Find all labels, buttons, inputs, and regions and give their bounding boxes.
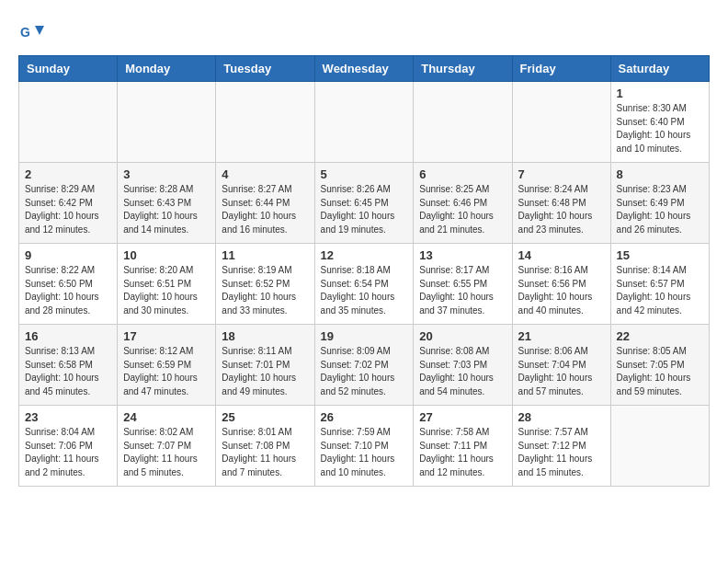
calendar-cell: 20Sunrise: 8:08 AM Sunset: 7:03 PM Dayli… xyxy=(414,325,512,406)
day-number: 22 xyxy=(617,329,703,343)
calendar-cell: 25Sunrise: 8:01 AM Sunset: 7:08 PM Dayli… xyxy=(216,406,314,487)
weekday-header-saturday: Saturday xyxy=(610,56,709,82)
calendar-cell xyxy=(118,82,216,163)
day-number: 25 xyxy=(222,410,308,424)
weekday-header-thursday: Thursday xyxy=(414,56,512,82)
day-number: 4 xyxy=(222,167,308,181)
calendar-cell: 19Sunrise: 8:09 AM Sunset: 7:02 PM Dayli… xyxy=(314,325,414,406)
day-info: Sunrise: 8:19 AM Sunset: 6:52 PM Dayligh… xyxy=(222,264,308,317)
calendar-week-row: 16Sunrise: 8:13 AM Sunset: 6:58 PM Dayli… xyxy=(19,325,710,406)
day-number: 8 xyxy=(617,167,703,181)
calendar-cell: 11Sunrise: 8:19 AM Sunset: 6:52 PM Dayli… xyxy=(216,244,314,325)
calendar-cell xyxy=(414,82,512,163)
day-number: 12 xyxy=(321,248,408,262)
calendar-cell: 27Sunrise: 7:58 AM Sunset: 7:11 PM Dayli… xyxy=(414,406,512,487)
day-number: 15 xyxy=(617,248,703,262)
day-number: 20 xyxy=(419,329,506,343)
calendar-cell: 2Sunrise: 8:29 AM Sunset: 6:42 PM Daylig… xyxy=(19,163,118,244)
day-info: Sunrise: 8:18 AM Sunset: 6:54 PM Dayligh… xyxy=(321,264,408,317)
calendar-cell: 28Sunrise: 7:57 AM Sunset: 7:12 PM Dayli… xyxy=(512,406,610,487)
day-number: 17 xyxy=(123,329,210,343)
day-info: Sunrise: 8:20 AM Sunset: 6:51 PM Dayligh… xyxy=(123,264,210,317)
day-number: 10 xyxy=(123,248,210,262)
weekday-header-friday: Friday xyxy=(512,56,610,82)
day-number: 13 xyxy=(419,248,506,262)
calendar-cell: 21Sunrise: 8:06 AM Sunset: 7:04 PM Dayli… xyxy=(512,325,610,406)
logo-icon: G xyxy=(18,18,46,46)
calendar-cell: 9Sunrise: 8:22 AM Sunset: 6:50 PM Daylig… xyxy=(19,244,118,325)
day-number: 24 xyxy=(123,410,210,424)
day-info: Sunrise: 8:17 AM Sunset: 6:55 PM Dayligh… xyxy=(419,264,506,317)
calendar-cell xyxy=(610,406,709,487)
calendar-cell: 18Sunrise: 8:11 AM Sunset: 7:01 PM Dayli… xyxy=(216,325,314,406)
calendar-cell: 13Sunrise: 8:17 AM Sunset: 6:55 PM Dayli… xyxy=(414,244,512,325)
day-info: Sunrise: 8:29 AM Sunset: 6:42 PM Dayligh… xyxy=(25,183,111,236)
calendar-cell: 3Sunrise: 8:28 AM Sunset: 6:43 PM Daylig… xyxy=(118,163,216,244)
weekday-header-tuesday: Tuesday xyxy=(216,56,314,82)
calendar-header-row: SundayMondayTuesdayWednesdayThursdayFrid… xyxy=(19,56,710,82)
day-info: Sunrise: 8:11 AM Sunset: 7:01 PM Dayligh… xyxy=(222,345,308,398)
day-number: 5 xyxy=(321,167,408,181)
weekday-header-wednesday: Wednesday xyxy=(314,56,414,82)
calendar-cell: 4Sunrise: 8:27 AM Sunset: 6:44 PM Daylig… xyxy=(216,163,314,244)
day-info: Sunrise: 8:26 AM Sunset: 6:45 PM Dayligh… xyxy=(321,183,408,236)
svg-marker-1 xyxy=(35,26,44,35)
page-header: G xyxy=(18,18,710,46)
day-number: 19 xyxy=(321,329,408,343)
day-number: 16 xyxy=(25,329,111,343)
calendar-cell xyxy=(19,82,118,163)
day-info: Sunrise: 8:12 AM Sunset: 6:59 PM Dayligh… xyxy=(123,345,210,398)
day-number: 3 xyxy=(123,167,210,181)
svg-text:G: G xyxy=(20,25,30,40)
day-info: Sunrise: 8:08 AM Sunset: 7:03 PM Dayligh… xyxy=(419,345,506,398)
day-number: 2 xyxy=(25,167,111,181)
calendar-cell: 10Sunrise: 8:20 AM Sunset: 6:51 PM Dayli… xyxy=(118,244,216,325)
calendar-cell xyxy=(216,82,314,163)
day-info: Sunrise: 8:22 AM Sunset: 6:50 PM Dayligh… xyxy=(25,264,111,317)
day-info: Sunrise: 7:58 AM Sunset: 7:11 PM Dayligh… xyxy=(419,426,506,479)
calendar-cell: 6Sunrise: 8:25 AM Sunset: 6:46 PM Daylig… xyxy=(414,163,512,244)
day-info: Sunrise: 8:09 AM Sunset: 7:02 PM Dayligh… xyxy=(321,345,408,398)
day-number: 28 xyxy=(518,410,605,424)
day-info: Sunrise: 8:01 AM Sunset: 7:08 PM Dayligh… xyxy=(222,426,308,479)
day-info: Sunrise: 7:59 AM Sunset: 7:10 PM Dayligh… xyxy=(321,426,408,479)
calendar-cell: 22Sunrise: 8:05 AM Sunset: 7:05 PM Dayli… xyxy=(610,325,709,406)
weekday-header-monday: Monday xyxy=(118,56,216,82)
day-info: Sunrise: 8:30 AM Sunset: 6:40 PM Dayligh… xyxy=(617,102,703,155)
weekday-header-sunday: Sunday xyxy=(19,56,118,82)
calendar-cell: 1Sunrise: 8:30 AM Sunset: 6:40 PM Daylig… xyxy=(610,82,709,163)
calendar-cell: 24Sunrise: 8:02 AM Sunset: 7:07 PM Dayli… xyxy=(118,406,216,487)
day-number: 9 xyxy=(25,248,111,262)
day-number: 18 xyxy=(222,329,308,343)
day-info: Sunrise: 7:57 AM Sunset: 7:12 PM Dayligh… xyxy=(518,426,605,479)
calendar-cell: 7Sunrise: 8:24 AM Sunset: 6:48 PM Daylig… xyxy=(512,163,610,244)
calendar-cell: 8Sunrise: 8:23 AM Sunset: 6:49 PM Daylig… xyxy=(610,163,709,244)
day-number: 6 xyxy=(419,167,506,181)
day-info: Sunrise: 8:28 AM Sunset: 6:43 PM Dayligh… xyxy=(123,183,210,236)
calendar-cell: 5Sunrise: 8:26 AM Sunset: 6:45 PM Daylig… xyxy=(314,163,414,244)
calendar-cell: 17Sunrise: 8:12 AM Sunset: 6:59 PM Dayli… xyxy=(118,325,216,406)
calendar-cell: 14Sunrise: 8:16 AM Sunset: 6:56 PM Dayli… xyxy=(512,244,610,325)
day-info: Sunrise: 8:25 AM Sunset: 6:46 PM Dayligh… xyxy=(419,183,506,236)
day-info: Sunrise: 8:13 AM Sunset: 6:58 PM Dayligh… xyxy=(25,345,111,398)
calendar-cell: 16Sunrise: 8:13 AM Sunset: 6:58 PM Dayli… xyxy=(19,325,118,406)
day-number: 7 xyxy=(518,167,605,181)
day-info: Sunrise: 8:23 AM Sunset: 6:49 PM Dayligh… xyxy=(617,183,703,236)
calendar-week-row: 2Sunrise: 8:29 AM Sunset: 6:42 PM Daylig… xyxy=(19,163,710,244)
day-number: 26 xyxy=(321,410,408,424)
calendar-week-row: 23Sunrise: 8:04 AM Sunset: 7:06 PM Dayli… xyxy=(19,406,710,487)
day-number: 14 xyxy=(518,248,605,262)
day-info: Sunrise: 8:05 AM Sunset: 7:05 PM Dayligh… xyxy=(617,345,703,398)
logo: G xyxy=(18,18,50,46)
calendar-table: SundayMondayTuesdayWednesdayThursdayFrid… xyxy=(18,55,710,487)
calendar-cell: 26Sunrise: 7:59 AM Sunset: 7:10 PM Dayli… xyxy=(314,406,414,487)
day-number: 27 xyxy=(419,410,506,424)
calendar-cell xyxy=(512,82,610,163)
calendar-cell: 15Sunrise: 8:14 AM Sunset: 6:57 PM Dayli… xyxy=(610,244,709,325)
day-info: Sunrise: 8:06 AM Sunset: 7:04 PM Dayligh… xyxy=(518,345,605,398)
calendar-cell: 23Sunrise: 8:04 AM Sunset: 7:06 PM Dayli… xyxy=(19,406,118,487)
day-number: 11 xyxy=(222,248,308,262)
calendar-cell xyxy=(314,82,414,163)
calendar-cell: 12Sunrise: 8:18 AM Sunset: 6:54 PM Dayli… xyxy=(314,244,414,325)
day-info: Sunrise: 8:04 AM Sunset: 7:06 PM Dayligh… xyxy=(25,426,111,479)
